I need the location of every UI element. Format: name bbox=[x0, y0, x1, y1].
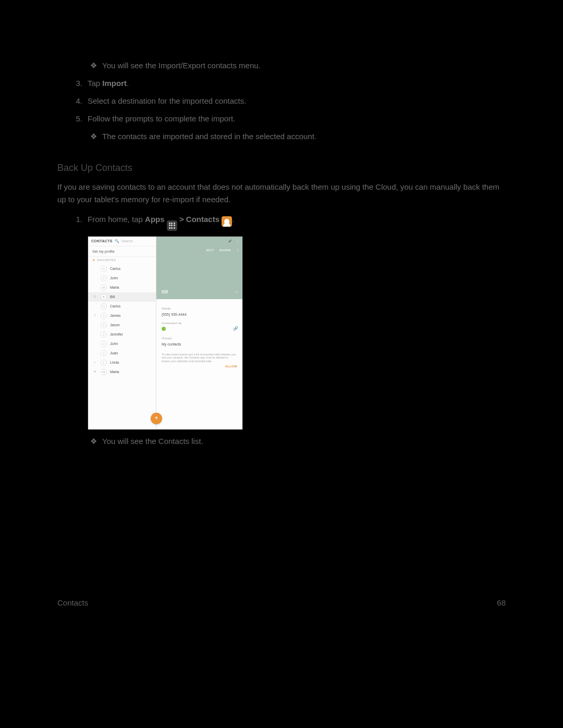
avatar: M bbox=[101, 369, 107, 375]
contact-row[interactable]: JJohn bbox=[88, 339, 156, 349]
add-contact-fab[interactable]: + bbox=[151, 413, 162, 424]
avatar: J bbox=[101, 275, 107, 281]
step1-contacts: Contacts bbox=[186, 215, 219, 224]
step1-prefix: From home, tap bbox=[88, 215, 145, 224]
bullet-imported: ❖ The contacts are imported and stored i… bbox=[57, 130, 506, 143]
edit-button[interactable]: EDIT bbox=[206, 248, 214, 253]
screenshot-contacts-app: CONTACTS 🔍 Search Set my profile ★ FAVOR… bbox=[88, 236, 243, 430]
step-5: 5. Follow the prompts to complete the im… bbox=[57, 113, 506, 125]
contact-name: Jennifer bbox=[110, 331, 123, 337]
contact-name: James bbox=[110, 313, 121, 318]
contact-row[interactable]: JJJames bbox=[88, 311, 156, 320]
step-text: Select a destination for the imported co… bbox=[88, 95, 506, 107]
favorite-star-icon[interactable]: ☆ bbox=[235, 289, 238, 296]
favorites-section: ★ FAVORITES bbox=[88, 257, 156, 264]
step-3: 3. Tap Import. bbox=[57, 77, 506, 90]
footer-page-number: 68 bbox=[497, 598, 506, 607]
bullet-import-export: ❖ You will see the Import/Export contact… bbox=[57, 59, 506, 72]
allow-button[interactable]: ALLOW bbox=[162, 364, 237, 369]
step1-apps: Apps bbox=[145, 215, 165, 224]
index-letter: J bbox=[92, 313, 97, 318]
favorite-contact-row[interactable]: JJohn bbox=[88, 274, 156, 283]
step-text: Tap Import. bbox=[88, 77, 506, 90]
link-icon[interactable]: 🔗 bbox=[233, 326, 238, 332]
step-1: 1. From home, tap Apps > Contacts . bbox=[57, 213, 506, 231]
contact-header: 🎤 ⋮ EDIT SHARE ⋮ Bill ☆ bbox=[156, 237, 242, 299]
page-footer: Contacts 68 bbox=[57, 598, 506, 607]
favorite-contact-row[interactable]: MMaria bbox=[88, 283, 156, 292]
footer-section: Contacts bbox=[57, 598, 88, 607]
avatar: J bbox=[101, 322, 107, 328]
step-number: 5. bbox=[57, 113, 88, 125]
section-title: Back Up Contacts bbox=[57, 161, 506, 176]
contact-name: Juan bbox=[110, 350, 118, 356]
contact-row[interactable]: BBBill bbox=[88, 292, 156, 302]
mobile-value[interactable]: (555) 555-4444 bbox=[162, 312, 237, 317]
step3-bold: Import bbox=[102, 79, 127, 88]
mic-icon[interactable]: 🎤 bbox=[228, 239, 232, 244]
contact-row[interactable]: JJennifer bbox=[88, 330, 156, 339]
contact-name: Maria bbox=[110, 369, 119, 375]
groups-label: Groups bbox=[162, 336, 237, 341]
bullet-text: The contacts are imported and stored in … bbox=[102, 130, 506, 143]
contact-detail-panel: 🎤 ⋮ EDIT SHARE ⋮ Bill ☆ Mobile (555) 555… bbox=[156, 237, 242, 429]
more-icon[interactable]: ⋮ bbox=[236, 239, 239, 244]
step-text: From home, tap Apps > Contacts . bbox=[88, 213, 506, 231]
contacts-header: CONTACTS 🔍 Search bbox=[88, 237, 156, 246]
connected-label: Connected via bbox=[162, 321, 237, 326]
contact-name: John bbox=[110, 341, 118, 347]
diamond-bullet-icon: ❖ bbox=[57, 130, 102, 143]
search-icon[interactable]: 🔍 bbox=[115, 238, 119, 244]
service-dot-icon bbox=[162, 327, 166, 331]
avatar: J bbox=[101, 341, 107, 347]
contact-row[interactable]: CCarlos bbox=[88, 302, 156, 311]
permission-note: To view recent events and a list of reco… bbox=[162, 353, 237, 363]
avatar: J bbox=[101, 313, 107, 319]
apps-icon bbox=[167, 220, 177, 231]
favorites-label: FAVORITES bbox=[97, 258, 116, 263]
more-icon[interactable]: ⋮ bbox=[236, 248, 239, 253]
avatar: C bbox=[101, 303, 107, 310]
contact-name: John bbox=[110, 275, 118, 281]
contacts-icon bbox=[222, 216, 232, 227]
step-number: 4. bbox=[57, 95, 88, 107]
contact-name: Carlos bbox=[110, 303, 120, 309]
share-button[interactable]: SHARE bbox=[219, 248, 231, 253]
contacts-list-panel: CONTACTS 🔍 Search Set my profile ★ FAVOR… bbox=[88, 237, 156, 429]
contact-row[interactable]: JJason bbox=[88, 320, 156, 330]
diamond-bullet-icon: ❖ bbox=[57, 59, 102, 72]
star-icon: ★ bbox=[92, 258, 95, 263]
page-content: ❖ You will see the Import/Export contact… bbox=[57, 57, 506, 452]
favorite-contact-row[interactable]: CCarlos bbox=[88, 264, 156, 274]
contact-row[interactable]: JJuan bbox=[88, 349, 156, 358]
avatar: M bbox=[101, 285, 107, 291]
step1-gt: > bbox=[177, 215, 186, 224]
index-letter: M bbox=[92, 369, 97, 375]
step-number: 3. bbox=[57, 77, 88, 90]
contact-name: Jason bbox=[110, 322, 120, 328]
contact-name: Bill bbox=[110, 294, 115, 300]
contact-row[interactable]: MMMaria bbox=[88, 367, 156, 377]
mobile-label: Mobile bbox=[162, 306, 237, 312]
index-letter: B bbox=[92, 294, 97, 300]
contact-details: Mobile (555) 555-4444 Connected via 🔗 Gr… bbox=[156, 299, 242, 429]
contact-name: Bill bbox=[162, 288, 168, 295]
bullet-text: You will see the Contacts list. bbox=[102, 435, 506, 448]
groups-value[interactable]: My contacts bbox=[162, 341, 237, 347]
contact-row[interactable]: LLLinda bbox=[88, 358, 156, 367]
avatar: B bbox=[101, 294, 107, 300]
bullet-see-contacts: ❖ You will see the Contacts list. bbox=[57, 435, 506, 448]
search-input[interactable]: Search bbox=[121, 238, 133, 244]
step-4: 4. Select a destination for the imported… bbox=[57, 95, 506, 107]
section-intro: If you are saving contacts to an account… bbox=[57, 181, 506, 206]
contact-name: Linda bbox=[110, 360, 119, 365]
step-text: Follow the prompts to complete the impor… bbox=[88, 113, 506, 125]
step1-suffix: . bbox=[232, 215, 234, 224]
avatar: J bbox=[101, 331, 107, 338]
bullet-text: You will see the Import/Export contacts … bbox=[102, 59, 506, 72]
step-number: 1. bbox=[57, 213, 88, 226]
set-my-profile[interactable]: Set my profile bbox=[88, 246, 156, 257]
step3-suffix: . bbox=[127, 79, 129, 88]
avatar: L bbox=[101, 360, 107, 366]
avatar: J bbox=[101, 350, 107, 356]
